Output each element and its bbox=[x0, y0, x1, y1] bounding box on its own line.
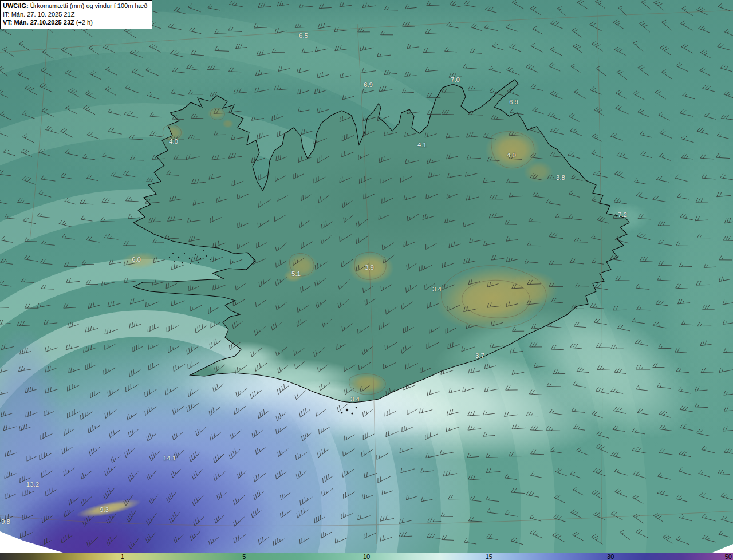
info-line-title: UWC/IG: Úrkomumætti (mm) og vindur í 100… bbox=[3, 2, 147, 10]
model-label: UWC/IG: bbox=[3, 2, 29, 9]
map-canvas bbox=[0, 0, 733, 553]
colorbar-tick-label: 10 bbox=[363, 553, 370, 560]
colorbar-tick-label: 15 bbox=[486, 553, 492, 560]
map-info-box: UWC/IG: Úrkomumætti (mm) og vindur í 100… bbox=[0, 0, 152, 29]
map-title: Úrkomumætti (mm) og vindur í 100m hæð bbox=[29, 2, 148, 9]
field-blob bbox=[222, 119, 234, 128]
field-blob bbox=[252, 286, 389, 355]
colorbar: 1510153050 bbox=[0, 553, 733, 560]
weather-map-figure: 6.56.97.06.94.04.14.03.87.26.05.13.93.43… bbox=[0, 0, 733, 560]
field-blob bbox=[298, 149, 504, 252]
colorbar-tick-label: 5 bbox=[242, 553, 246, 560]
valid-time-value: VT: Mán. 27.10.2025 23Z bbox=[3, 19, 74, 26]
valid-time-offset: (+2 h) bbox=[74, 19, 93, 26]
valid-time-label: VT: Mán. 27.10.2025 23Z (+2 h) bbox=[3, 18, 147, 27]
colorbar-tick-label: 50 bbox=[725, 553, 732, 560]
colorbar-tick-label: 30 bbox=[607, 553, 614, 560]
colorbar-tick-labels: 1510153050 bbox=[0, 553, 733, 560]
init-time-label: IT: Mán. 27. 10. 2025 21Z bbox=[3, 10, 147, 19]
colorbar-tick-label: 1 bbox=[121, 553, 124, 560]
